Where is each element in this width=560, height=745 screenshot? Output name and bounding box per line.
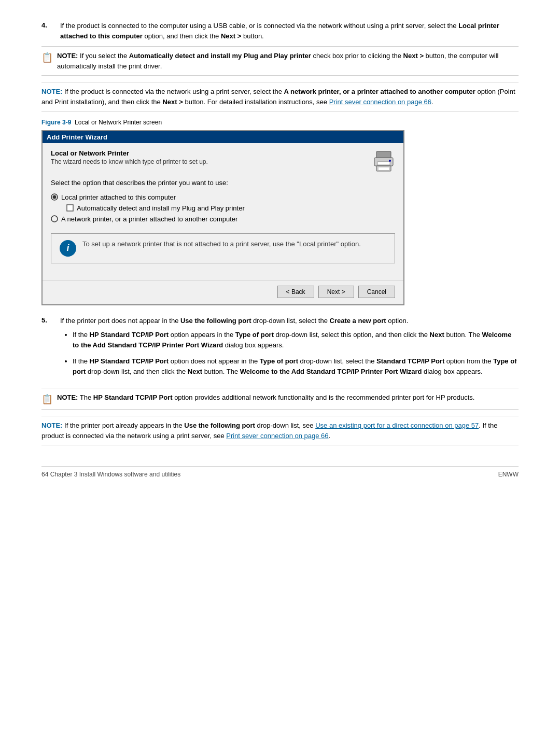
page-footer: 64 Chapter 3 Install Windows software an…	[41, 466, 519, 478]
bullet-1: If the HP Standard TCP/IP Port option ap…	[73, 330, 519, 350]
svg-point-5	[389, 160, 391, 162]
step-5-content: If the printer port does not appear in t…	[60, 316, 519, 383]
note-3-text: NOTE: The HP Standard TCP/IP Port option…	[57, 392, 474, 403]
radio-local-icon	[51, 193, 58, 201]
cancel-button[interactable]: Cancel	[358, 286, 395, 298]
svg-rect-8	[67, 205, 73, 211]
note-1-text: NOTE: If you select the Automatically de…	[57, 51, 519, 71]
dialog-prompt: Select the option that describes the pri…	[51, 178, 395, 188]
dialog-subtitle: The wizard needs to know which type of p…	[51, 158, 208, 165]
note-1: 📋 NOTE: If you select the Automatically …	[41, 46, 519, 76]
step-4-content: If the product is connected to the compu…	[60, 21, 519, 41]
checkbox-autodetect-icon	[66, 204, 74, 212]
note-icon-3: 📋	[41, 393, 53, 405]
info-icon: i	[60, 240, 76, 257]
bullet-2: If the HP Standard TCP/IP Port option do…	[73, 356, 519, 376]
step-4-number: 4.	[41, 21, 52, 41]
printer-icon	[372, 149, 395, 172]
radio-local-printer[interactable]: Local printer attached to this computer	[51, 193, 395, 201]
svg-rect-4	[379, 167, 389, 170]
checkbox-autodetect[interactable]: Automatically detect and install my Plug…	[66, 204, 395, 212]
step-5: 5. If the printer port does not appear i…	[41, 316, 519, 383]
next-button[interactable]: Next >	[318, 286, 354, 298]
note-4: NOTE: If the printer port already appear…	[41, 416, 519, 445]
svg-point-9	[51, 216, 58, 222]
dialog-section-title: Local or Network Printer	[51, 149, 208, 157]
dialog-info-box: i To set up a network printer that is no…	[51, 233, 395, 263]
step-5-number: 5.	[41, 316, 52, 383]
add-printer-dialog: Add Printer Wizard Local or Network Prin…	[41, 130, 404, 305]
note2-link[interactable]: Print sever connection on page 66	[329, 98, 431, 106]
step-5-bullets: If the HP Standard TCP/IP Port option ap…	[73, 330, 519, 376]
note-2-text: NOTE: If the product is connected via th…	[41, 87, 519, 107]
dialog-footer: < Back Next > Cancel	[43, 280, 403, 304]
footer-left: 64 Chapter 3 Install Windows software an…	[41, 471, 180, 478]
footer-right: ENWW	[498, 471, 519, 478]
dialog-titlebar: Add Printer Wizard	[43, 131, 403, 143]
info-box-text: To set up a network printer that is not …	[82, 240, 361, 248]
dialog-options: Select the option that describes the pri…	[51, 178, 395, 223]
step-4: 4. If the product is connected to the co…	[41, 21, 519, 41]
svg-point-7	[53, 195, 57, 199]
step-4-text: If the product is connected to the compu…	[60, 21, 519, 41]
figure-label: Figure 3-9 Local or Network Printer scre…	[41, 118, 519, 127]
radio-network-icon	[51, 215, 58, 222]
dialog-body: Local or Network Printer The wizard need…	[43, 143, 403, 280]
note-3: 📋 NOTE: The HP Standard TCP/IP Port opti…	[41, 388, 519, 410]
note-4-text: NOTE: If the printer port already appear…	[41, 420, 519, 441]
note-2: NOTE: If the product is connected via th…	[41, 82, 519, 111]
note-icon-1: 📋	[41, 52, 53, 63]
back-button[interactable]: < Back	[277, 286, 314, 298]
note4-link1[interactable]: Use an existing port for a direct connec…	[315, 421, 479, 429]
radio-network-printer[interactable]: A network printer, or a printer attached…	[51, 215, 395, 223]
step-5-text: If the printer port does not appear in t…	[60, 316, 519, 326]
svg-rect-2	[377, 162, 390, 165]
note4-link2[interactable]: Print sever connection on page 66	[226, 432, 328, 440]
